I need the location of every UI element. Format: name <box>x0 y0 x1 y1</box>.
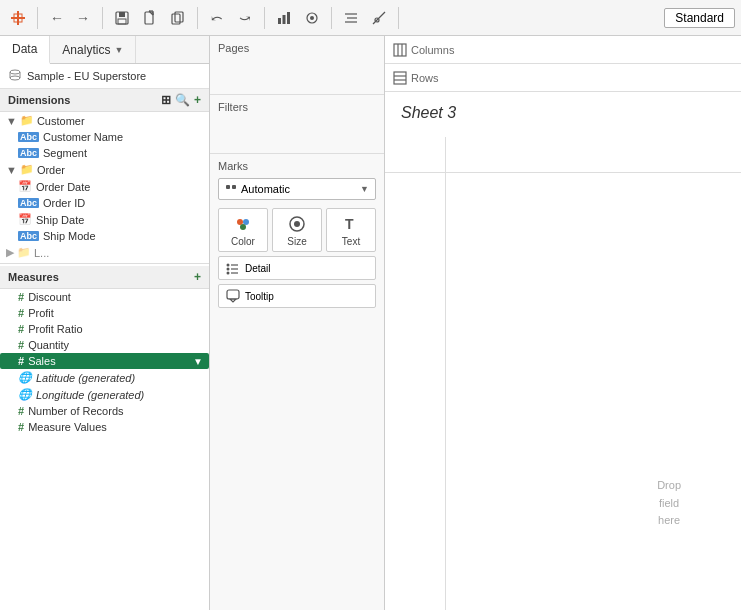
pages-label: Pages <box>218 42 376 54</box>
tooltip-label: Tooltip <box>245 291 274 302</box>
svg-rect-40 <box>227 290 239 299</box>
grid-line-vertical <box>445 137 446 610</box>
standard-button[interactable]: Standard <box>664 8 735 28</box>
show-me-icon[interactable] <box>300 6 324 30</box>
chevron-down-icon: ▼ <box>6 115 17 127</box>
svg-rect-26 <box>226 185 230 189</box>
field-order-id[interactable]: Abc Order ID <box>0 195 209 211</box>
hash-icon-selected: # <box>18 355 24 367</box>
svg-point-25 <box>10 76 20 80</box>
chevron-down-icon: ▼ <box>6 164 17 176</box>
middle-panel: Pages Filters Marks Automatic ▼ <box>210 36 385 610</box>
sep2 <box>102 7 103 29</box>
nav-group: ← → <box>45 6 95 30</box>
field-ship-date[interactable]: 📅 Ship Date <box>0 211 209 228</box>
marks-type-label: Automatic <box>241 183 356 195</box>
group-customer[interactable]: ▼ 📁 Customer <box>0 112 209 129</box>
analytics2-icon[interactable] <box>367 6 391 30</box>
field-number-records[interactable]: # Number of Records <box>0 403 209 419</box>
save-icon[interactable] <box>110 6 134 30</box>
new-icon[interactable] <box>138 6 162 30</box>
folder-icon: 📁 <box>17 246 31 259</box>
svg-point-16 <box>310 16 314 20</box>
color-button[interactable]: Color <box>218 208 268 252</box>
globe-icon: 🌐 <box>18 371 32 384</box>
grid-view-icon[interactable]: ⊞ <box>161 93 171 107</box>
tab-analytics[interactable]: Analytics ▼ <box>50 36 136 63</box>
detail-button[interactable]: Detail <box>218 256 376 280</box>
hash-icon: # <box>18 421 24 433</box>
rows-shelf: Rows <box>385 64 741 92</box>
sheet-title: Sheet 3 <box>385 92 741 130</box>
forward-icon[interactable]: → <box>71 6 95 30</box>
abc-icon: Abc <box>18 198 39 208</box>
group-order[interactable]: ▼ 📁 Order <box>0 161 209 178</box>
globe-icon: 🌐 <box>18 388 32 401</box>
svg-rect-1 <box>11 17 25 19</box>
hash-icon: # <box>18 323 24 335</box>
svg-line-20 <box>373 12 385 24</box>
add-measure-icon[interactable]: + <box>194 270 201 284</box>
size-button[interactable]: Size <box>272 208 322 252</box>
data-source-row[interactable]: Sample - EU Superstore <box>0 64 209 89</box>
svg-rect-27 <box>232 185 236 189</box>
marks-dropdown-arrow: ▼ <box>360 184 369 194</box>
field-quantity[interactable]: # Quantity <box>0 337 209 353</box>
field-profit[interactable]: # Profit <box>0 305 209 321</box>
chevron-right-icon: ▶ <box>6 246 14 259</box>
field-ship-mode[interactable]: Abc Ship Mode <box>0 228 209 244</box>
measures-header: Measures + <box>0 266 209 289</box>
abc-icon: Abc <box>18 231 39 241</box>
right-panel: Columns Rows Sheet 3 Drop field here <box>385 36 741 610</box>
dropdown-arrow-icon[interactable]: ▼ <box>193 356 203 367</box>
field-segment[interactable]: Abc Segment <box>0 145 209 161</box>
field-longitude[interactable]: 🌐 Longitude (generated) <box>0 386 209 403</box>
marks-type-icon <box>225 182 237 196</box>
field-order-date[interactable]: 📅 Order Date <box>0 178 209 195</box>
tab-data[interactable]: Data <box>0 36 50 64</box>
sep4 <box>264 7 265 29</box>
rows-label: Rows <box>393 71 448 85</box>
tab-dropdown-icon: ▼ <box>114 45 123 55</box>
sep5 <box>331 7 332 29</box>
hash-icon: # <box>18 405 24 417</box>
field-sales[interactable]: # Sales ▼ <box>0 353 209 369</box>
field-latitude[interactable]: 🌐 Latitude (generated) <box>0 369 209 386</box>
search-dim-icon[interactable]: 🔍 <box>175 93 190 107</box>
field-list: ▼ 📁 Customer Abc Customer Name Abc Segme… <box>0 112 209 610</box>
abc-icon: Abc <box>18 148 39 158</box>
marks-type-dropdown[interactable]: Automatic ▼ <box>218 178 376 200</box>
add-dim-icon[interactable]: + <box>194 93 201 107</box>
field-discount[interactable]: # Discount <box>0 289 209 305</box>
svg-point-29 <box>243 219 249 225</box>
left-panel: Data Analytics ▼ Sample - EU Superstore … <box>0 36 210 610</box>
chart-icon[interactable] <box>272 6 296 30</box>
format-icon[interactable] <box>339 6 363 30</box>
tooltip-button[interactable]: Tooltip <box>218 284 376 308</box>
group-location[interactable]: ▶ 📁 L... <box>0 244 209 261</box>
filters-label: Filters <box>218 101 376 113</box>
field-customer-name[interactable]: Abc Customer Name <box>0 129 209 145</box>
folder-icon: 📁 <box>20 114 34 127</box>
tableau-logo-icon[interactable] <box>6 6 30 30</box>
undo-icon[interactable]: ⤺ <box>205 6 229 30</box>
marks-title: Marks <box>218 160 376 172</box>
calendar-icon: 📅 <box>18 180 32 193</box>
redo-icon[interactable]: ⤻ <box>233 6 257 30</box>
svg-point-32 <box>294 221 300 227</box>
tab-bar: Data Analytics ▼ <box>0 36 209 64</box>
color-label: Color <box>231 236 255 247</box>
svg-rect-13 <box>283 15 286 24</box>
columns-shelf: Columns <box>385 36 741 64</box>
grid-line-horizontal <box>385 172 741 173</box>
text-button[interactable]: T Text <box>326 208 376 252</box>
field-measure-values[interactable]: # Measure Values <box>0 419 209 435</box>
field-profit-ratio[interactable]: # Profit Ratio <box>0 321 209 337</box>
back-icon[interactable]: ← <box>45 6 69 30</box>
marks-section: Marks Automatic ▼ Color <box>210 154 384 610</box>
canvas-area: Sheet 3 Drop field here <box>385 92 741 610</box>
drop-field-hint: Drop field here <box>657 477 681 530</box>
svg-text:T: T <box>345 216 354 232</box>
pages-section: Pages <box>210 36 384 95</box>
duplicate-icon[interactable] <box>166 6 190 30</box>
